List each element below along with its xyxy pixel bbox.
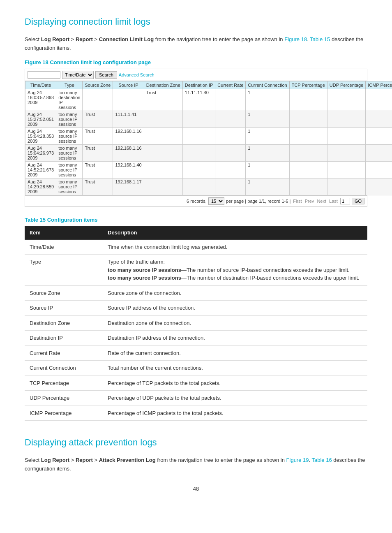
- table-row: Aug 24 15:27:52.051 2009too many source …: [25, 111, 392, 127]
- pagination-nav: First Prev Next Last: [292, 199, 339, 204]
- table-row: Aug 24 15:04:26.973 2009too many source …: [25, 144, 392, 161]
- config-table-row: Destination ZoneDestination zone of the …: [25, 315, 367, 331]
- col-header-time: Time/Date: [25, 81, 56, 89]
- intro1-bold2: Report: [76, 36, 93, 42]
- col-header-destip: Destination IP: [182, 81, 215, 89]
- time-date-dropdown[interactable]: Time/Date: [62, 71, 94, 79]
- intro-paragraph-1: Select Log Report > Report > Connection …: [25, 35, 367, 53]
- advanced-search-link[interactable]: Advanced Search: [119, 72, 154, 77]
- config-col-desc: Description: [103, 226, 367, 239]
- config-table: Item Description Time/DateTime when the …: [25, 226, 367, 421]
- records-count: 6 records,: [187, 199, 207, 204]
- log-table: Time/Date Type Source Zone Source IP Des…: [25, 81, 392, 195]
- table15-link[interactable]: Table 15: [310, 36, 330, 42]
- table-row: Aug 24 16:03:57.893 2009too many destina…: [25, 89, 392, 111]
- intro2-bold2: Report: [76, 457, 93, 463]
- table-title: Table 15 Configuration items: [25, 217, 367, 223]
- next-page-link[interactable]: Next: [317, 199, 326, 204]
- col-header-tcp: TCP Percentage: [289, 81, 327, 89]
- config-table-row: Current ConnectionTotal number of the cu…: [25, 361, 367, 376]
- config-table-row: Destination IPDestination IP address of …: [25, 331, 367, 346]
- table-row: Aug 24 14:29:28.559 2009too many source …: [25, 178, 392, 195]
- col-header-srcip: Source IP: [113, 81, 144, 89]
- intro2-bold3: Attack Prevention Log: [99, 457, 156, 463]
- section-title-2: Displaying attack prevention logs: [25, 437, 367, 448]
- table-row: Aug 24 15:04:28.353 2009too many source …: [25, 127, 392, 144]
- figure18-link[interactable]: Figure 18: [284, 36, 307, 42]
- col-header-type: Type: [56, 81, 83, 89]
- col-header-currconn: Current Connection: [246, 81, 289, 89]
- connection-limit-log-screenshot: Time/Date Search Advanced Search Time/Da…: [25, 69, 367, 207]
- go-page-input[interactable]: [340, 198, 350, 204]
- intro1-bold3: Connection Limit Log: [99, 36, 154, 42]
- intro1-text: Select: [25, 36, 41, 42]
- col-header-destzone: Destination Zone: [144, 81, 182, 89]
- intro2-bold1: Log Report: [41, 457, 69, 463]
- intro2-text: Select: [25, 457, 41, 463]
- col-header-udp: UDP Percentage: [327, 81, 365, 89]
- go-button[interactable]: GO: [352, 198, 364, 204]
- pagination-bar: 6 records, 15 per page | page 1/1, recor…: [25, 195, 367, 206]
- search-bar: Time/Date Search Advanced Search: [25, 69, 367, 81]
- intro-paragraph-2: Select Log Report > Report > Attack Prev…: [25, 456, 367, 473]
- figure-title: Figure 18 Connection limit log configura…: [25, 59, 367, 65]
- table-row: Aug 24 14:52:21.673 2009too many source …: [25, 161, 392, 178]
- config-table-row: Current RateRate of the current connecti…: [25, 345, 367, 361]
- config-table-row: TypeType of the traffic alarm:too many s…: [25, 255, 367, 286]
- config-table-row: ICMP PercentagePercentage of ICMP packet…: [25, 406, 367, 421]
- page-number: 48: [25, 486, 367, 492]
- config-table-row: Source ZoneSource zone of the connection…: [25, 285, 367, 301]
- prev-page-link[interactable]: Prev: [305, 199, 314, 204]
- col-header-currrate: Current Rate: [215, 81, 246, 89]
- intro1-bold1: Log Report: [41, 36, 69, 42]
- search-button[interactable]: Search: [95, 71, 117, 79]
- col-header-icmp: ICMP Percentage: [366, 81, 392, 89]
- search-input[interactable]: [28, 71, 60, 79]
- config-table-row: Source IPSource IP address of the connec…: [25, 301, 367, 316]
- table16-link[interactable]: Table 16: [312, 457, 332, 463]
- figure19-link[interactable]: Figure 19: [286, 457, 309, 463]
- col-header-srczone: Source Zone: [83, 81, 113, 89]
- config-col-item: Item: [25, 226, 103, 239]
- config-table-row: UDP PercentagePercentage of UDP packets …: [25, 391, 367, 406]
- page-info: per page | page 1/1, record 1-6 |: [226, 199, 291, 204]
- config-table-row: Time/DateTime when the connection limit …: [25, 239, 367, 255]
- first-page-link[interactable]: First: [293, 199, 302, 204]
- config-table-row: TCP PercentagePercentage of TCP packets …: [25, 375, 367, 391]
- per-page-select[interactable]: 15: [208, 197, 224, 205]
- last-page-link[interactable]: Last: [329, 199, 338, 204]
- section-title-1: Displaying connection limit logs: [25, 16, 367, 27]
